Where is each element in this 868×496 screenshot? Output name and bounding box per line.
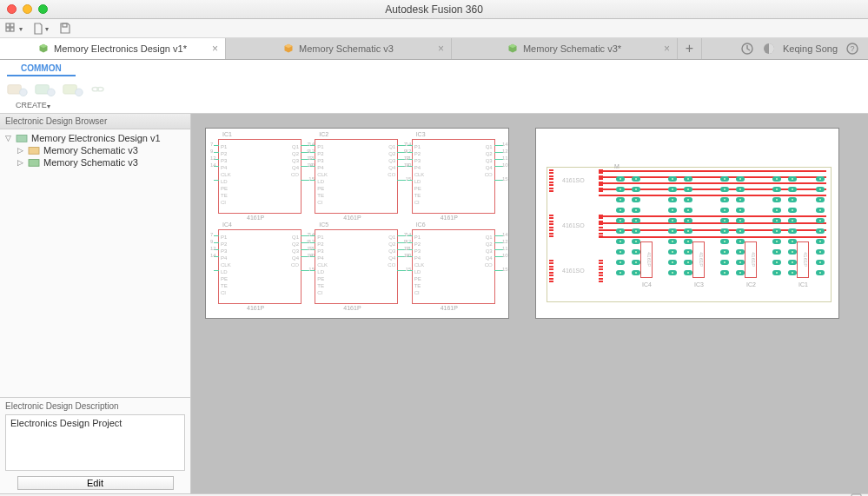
expand-icon[interactable]: ▽ [3, 134, 12, 142]
svg-rect-9 [8, 85, 21, 94]
help-icon[interactable]: ? [845, 42, 859, 56]
svg-rect-4 [63, 23, 67, 27]
cube-icon [283, 43, 294, 54]
main-area: Electronic Design Browser ▽ Memory Elect… [0, 114, 868, 493]
create-3d-icon[interactable] [63, 80, 83, 97]
expand-icon[interactable]: ▷ [16, 146, 24, 155]
expand-icon[interactable]: ▷ [16, 158, 24, 167]
tab-label: Memory Electronics Design v1* [54, 43, 187, 54]
create-board-icon[interactable] [35, 80, 56, 97]
title-bar: Autodesk Fusion 360 [0, 0, 868, 19]
browser-header: Electronic Design Browser [0, 114, 190, 129]
ribbon-tab-common[interactable]: COMMON [7, 62, 76, 76]
tree-label: Memory Schematic v3 [43, 157, 138, 168]
file-menu-button[interactable]: ▾ [33, 23, 49, 35]
svg-point-14 [76, 89, 83, 96]
app-title: Autodesk Fusion 360 [385, 3, 483, 16]
svg-text:?: ? [850, 44, 854, 53]
svg-point-10 [20, 89, 28, 96]
description-header: Electronic Design Description [5, 401, 185, 414]
svg-rect-13 [63, 85, 76, 94]
header-right: Keqing Song ? [731, 38, 868, 59]
tree-item-board[interactable]: ▷ Memory Schematic v3 [0, 156, 190, 169]
edit-description-button[interactable]: Edit [17, 476, 174, 490]
svg-rect-2 [6, 28, 10, 31]
schematic-thumbnail[interactable]: IC14161PP1P2P3P4CLKLDPETECIQ1Q2Q3Q4CO791… [205, 128, 509, 319]
tab-schematic-2[interactable]: Memory Schematic v3* × [452, 38, 678, 59]
pcb-thumbnail[interactable]: 4161SO4161SO4161SO4161PIC44161PIC34161PI… [535, 128, 839, 319]
maximize-window-button[interactable] [38, 4, 48, 14]
svg-rect-3 [10, 28, 14, 31]
svg-rect-11 [36, 85, 49, 94]
quick-access-toolbar: ▾ ▾ [0, 19, 868, 38]
data-panel-button[interactable]: ▾ [5, 23, 23, 35]
svg-rect-19 [29, 160, 39, 167]
tree-label: Memory Electronics Design v1 [31, 133, 161, 143]
board-icon [28, 157, 40, 168]
minimize-window-button[interactable] [23, 4, 32, 14]
tab-label: Memory Schematic v3 [299, 43, 394, 54]
tab-label: Memory Schematic v3* [523, 43, 621, 54]
svg-point-12 [48, 89, 56, 96]
close-window-button[interactable] [7, 4, 17, 14]
tree-label: Memory Schematic v3 [43, 145, 138, 155]
ribbon: COMMON CREATE ▾ [0, 60, 868, 114]
create-link-icon[interactable] [90, 80, 108, 97]
design-tree: ▽ Memory Electronics Design v1 ▷ Memory … [0, 129, 190, 397]
svg-rect-17 [17, 136, 27, 142]
close-icon[interactable]: × [664, 43, 670, 55]
schematic-icon [28, 145, 40, 155]
svg-rect-1 [10, 23, 14, 27]
close-icon[interactable]: × [438, 43, 444, 55]
create-schematic-icon[interactable] [7, 80, 28, 97]
design-icon [16, 133, 28, 143]
user-name[interactable]: Keqing Song [783, 43, 838, 54]
canvas-area[interactable]: IC14161PP1P2P3P4CLKLDPETECIQ1Q2Q3Q4CO791… [191, 114, 868, 493]
browser-panel: Electronic Design Browser ▽ Memory Elect… [0, 114, 191, 493]
extensions-icon[interactable] [739, 42, 754, 56]
close-icon[interactable]: × [212, 43, 218, 55]
tree-item-schematic[interactable]: ▷ Memory Schematic v3 [0, 144, 190, 156]
new-tab-button[interactable]: + [678, 38, 702, 59]
job-status-icon[interactable] [761, 42, 776, 56]
tab-schematic-1[interactable]: Memory Schematic v3 × [226, 38, 452, 59]
ribbon-group-label[interactable]: CREATE ▾ [0, 99, 868, 113]
tree-root[interactable]: ▽ Memory Electronics Design v1 [0, 132, 190, 144]
tab-electronics-design[interactable]: Memory Electronics Design v1* × [0, 38, 226, 59]
cube-icon [38, 43, 49, 54]
cube-icon [507, 43, 518, 54]
svg-rect-0 [6, 23, 10, 27]
description-text: Electronics Design Project [5, 414, 185, 471]
description-panel: Electronic Design Description Electronic… [0, 397, 190, 493]
document-tabs: Memory Electronics Design v1* × Memory S… [0, 38, 868, 60]
svg-rect-18 [29, 148, 39, 155]
save-button[interactable] [59, 23, 70, 34]
window-controls [0, 4, 48, 14]
